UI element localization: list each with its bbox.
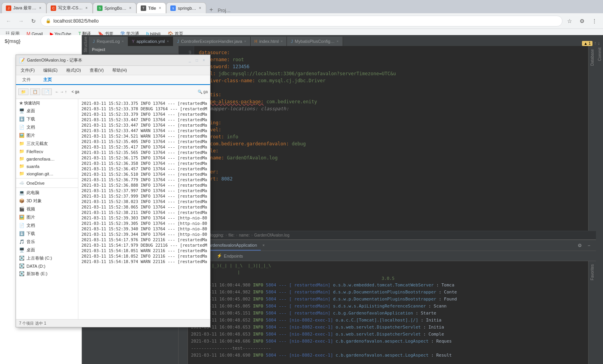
minimize-bottom[interactable]: − — [585, 242, 593, 249]
bookmark-button[interactable]: ☆ — [564, 16, 575, 27]
fm-search-area[interactable]: 🔍 ga — [198, 90, 208, 94]
ide-tab-index-html[interactable]: H index.html × — [251, 37, 287, 46]
yml-icon: Y — [132, 39, 135, 44]
fm-sidebar-sanciyuan[interactable]: 📁三次元截友 — [16, 140, 78, 148]
fm-sidebar-desktop2[interactable]: 🖥️桌面 — [16, 246, 78, 254]
log-entry-24: 2021-03-11 15:52:39.344 INFO 13764 --- [… — [81, 231, 207, 237]
fm-sidebar-garden[interactable]: 📁gardenofava… — [16, 155, 78, 163]
tab-close-1[interactable]: × — [38, 5, 42, 11]
tab-close-yml[interactable]: × — [167, 39, 169, 43]
fm-close-button[interactable]: × — [201, 58, 207, 63]
browser-tab-1[interactable]: J Java 最常… × — [2, 2, 46, 13]
commit-label[interactable]: Commit — [598, 48, 602, 61]
extensions-button[interactable]: ⚙ — [576, 16, 587, 27]
fm-menu-file[interactable]: 文件(F) — [18, 67, 37, 74]
code-line-18 — [199, 112, 584, 119]
reload-button[interactable]: ↻ — [28, 16, 39, 27]
ascii-art-line2: / | — [191, 269, 585, 276]
address-bar[interactable]: 🔒 localhost:8082/5/hello — [41, 16, 562, 27]
log-entry-14: 2021-03-11 15:52:36.779 INFO 13764 --- [… — [81, 177, 207, 182]
tab-close-5[interactable]: × — [198, 5, 202, 11]
fm-sidebar-dl2[interactable]: ⬇️下载 — [16, 230, 78, 238]
fm-sidebar-thispc[interactable]: 💻此电脑 — [16, 189, 78, 197]
tab-close-controller[interactable]: × — [244, 39, 246, 43]
log-entry-27: 2021-03-11 15:54:18.051 WARN 22116 --- [… — [81, 248, 207, 253]
fm-sidebar-xionglian[interactable]: 📁xionglian.git… — [16, 170, 78, 177]
ide-tab-controller-exception[interactable]: J ControllerExceptionHandler.java × — [173, 37, 250, 46]
fm-sidebar-downloads[interactable]: ⬇️下载 — [16, 115, 78, 123]
fm-main-content: 2021-03-11 15:52:33.375 INFO 13764 --- [… — [78, 99, 210, 319]
forward-button[interactable]: → — [16, 16, 27, 27]
fm-maximize-button[interactable]: □ — [194, 58, 200, 63]
fm-toolbar-new[interactable]: 📁 — [18, 88, 28, 95]
breadcrumb-logging[interactable]: logging: — [210, 233, 224, 237]
endpoints-tab[interactable]: ⚡ Endpoints — [213, 251, 247, 261]
fm-menu-edit[interactable]: 编辑(E) — [41, 67, 60, 74]
database-label[interactable]: Database — [590, 46, 594, 69]
fm-tab-home[interactable]: 主页 — [37, 75, 58, 85]
favorites-label[interactable]: Favorites — [590, 261, 594, 283]
fm-window-controls: _ □ × — [187, 58, 207, 63]
back-button[interactable]: ← — [3, 16, 14, 27]
browser-tab-3[interactable]: S SpringBo… × — [93, 2, 136, 13]
tab-close-mybatis[interactable]: × — [336, 39, 338, 43]
fm-sidebar-docs[interactable]: 📄文档 — [16, 123, 78, 131]
nav-arrows[interactable]: ↑ ↓ — [594, 41, 600, 46]
tab-close-3[interactable]: × — [128, 5, 132, 11]
fm-sidebar-suanfa[interactable]: 📁suanfa — [16, 163, 78, 170]
extension-button[interactable]: Proj… — [216, 8, 232, 13]
fm-tab-file[interactable]: 文件 — [16, 75, 37, 84]
tab-close-html[interactable]: × — [281, 39, 283, 43]
fm-sidebar-filerecv[interactable]: 📁FileRecv — [16, 148, 78, 155]
browser-tab-2[interactable]: C 写文章-CS… × — [46, 2, 93, 13]
settings-button[interactable]: ⚙ — [576, 242, 584, 249]
code-line-9: datasource: — [199, 49, 584, 56]
browser-tab-5[interactable]: s springb… × — [166, 2, 206, 13]
fm-toolbar-copy[interactable]: 📋 — [30, 88, 40, 95]
fm-sidebar-onedrive[interactable]: ☁️OneDrive — [16, 179, 78, 187]
console-log[interactable]: | |\/ |_)(_| | |_\ |_)||_|_\ / | 3.0.5 2… — [188, 261, 588, 364]
log-entry-17: 2021-03-11 15:52:37.999 INFO 13764 --- [… — [81, 193, 207, 199]
fm-sidebar-pic2[interactable]: 🖼️图片 — [16, 213, 78, 221]
structure-label[interactable]: Structure — [83, 37, 88, 53]
fm-menu-view[interactable]: 查看(V) — [87, 67, 106, 74]
log-entry-5: 2021-03-11 15:52:33.447 WARN 13764 --- [… — [81, 128, 207, 133]
new-tab-button[interactable]: + — [208, 6, 214, 13]
breadcrumb-file[interactable]: file: — [228, 233, 235, 237]
breadcrumb-logfile[interactable]: GardenOfAvalon.log — [254, 233, 289, 237]
html-icon: H — [255, 39, 257, 44]
fm-sidebar-doc2[interactable]: 📄文档 — [16, 221, 78, 230]
log-entry-12: 2021-03-11 15:52:36.457 INFO 13764 --- [… — [81, 166, 207, 171]
fm-sidebar-3d[interactable]: 📦3D 对象 — [16, 197, 78, 205]
fm-sidebar-music[interactable]: 🎵音乐 — [16, 238, 78, 246]
run-close[interactable]: × — [261, 243, 266, 247]
fm-menu-help[interactable]: 帮助(H) — [110, 67, 129, 74]
address-text: localhost:8082/5/hello — [53, 18, 99, 24]
ide-tab-application-yml[interactable]: Y application.yml × — [128, 37, 173, 46]
tab-close-4[interactable]: × — [158, 5, 162, 11]
fm-sidebar-pictures[interactable]: 🖼️图片 — [16, 131, 78, 140]
fm-menu-format[interactable]: 格式(O) — [64, 67, 83, 74]
browser-chrome: J Java 最常… × C 写文章-CS… × S SpringBo… × T… — [0, 0, 603, 35]
fm-sidebar-video[interactable]: 🎬视频 — [16, 205, 78, 213]
fm-path-text: < ga — [72, 90, 196, 94]
fm-sidebar-driveD[interactable]: 💽DATA (D:) — [16, 262, 78, 270]
fm-sidebar-driveE[interactable]: 💽新加卷 (E:) — [16, 270, 78, 278]
console-line-10: 2021-03-11 16:00:48.690 INFO 5804 --- [n… — [191, 352, 585, 359]
fm-sidebar-desktop[interactable]: 🖥️桌面 — [16, 107, 78, 115]
console-line-5: 2021-03-11 16:00:45.151 INFO 5804 --- [ … — [191, 310, 585, 317]
browser-tab-4[interactable]: T Title × — [136, 2, 166, 13]
ide-tab-requestlog[interactable]: J RequestLog × — [89, 37, 128, 46]
console-line-4: 2021-03-11 16:00:45.005 INFO 5804 --- [ … — [191, 303, 585, 310]
fm-minimize-button[interactable]: _ — [187, 58, 193, 63]
tab-close-requestlog[interactable]: × — [122, 39, 124, 43]
ide-tab-mybatisplus[interactable]: J MybatisPlusConfig… × — [287, 37, 343, 46]
fm-toolbar-paste[interactable]: 📄 — [42, 88, 52, 95]
menu-button[interactable]: ⋮ — [589, 16, 600, 27]
java-icon: J — [93, 39, 95, 44]
fm-body: ★ 快速访问 🖥️桌面 ⬇️下载 📄文档 🖼️图片 📁三次元截友 📁FileRe… — [16, 99, 210, 319]
fm-sidebar-driveC[interactable]: 💽上古卷轴 (C:) — [16, 254, 78, 262]
breadcrumb-name[interactable]: name: — [239, 233, 250, 237]
tab-close-2[interactable]: × — [85, 5, 88, 11]
code-text-area[interactable]: datasource: username: root password: 123… — [194, 46, 588, 231]
